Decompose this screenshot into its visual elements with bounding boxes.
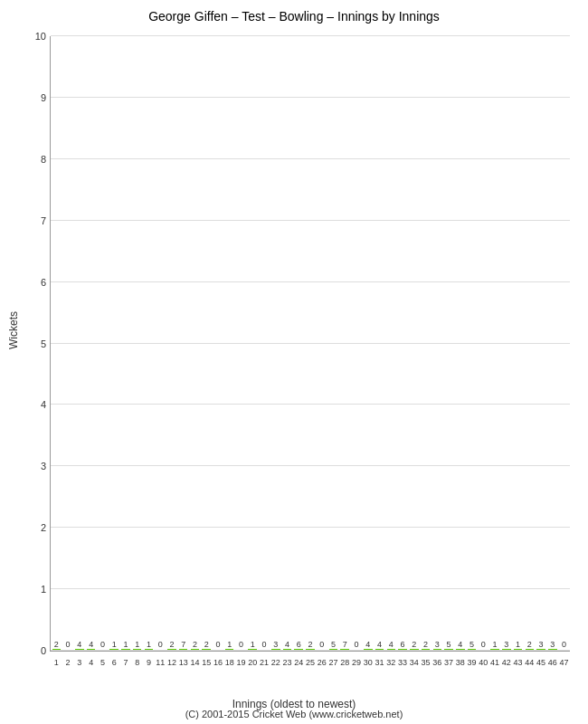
grid-line xyxy=(51,527,570,528)
y-axis-label: 9 xyxy=(41,92,46,103)
grid-line xyxy=(51,404,570,405)
bar-value-label: 1 xyxy=(109,640,119,649)
bar-value-label: 2 xyxy=(52,640,62,649)
bar-value-label: 0 xyxy=(63,640,72,649)
bar-value-label: 2 xyxy=(167,640,176,649)
y-axis-label: 8 xyxy=(41,154,46,165)
grid-line xyxy=(51,158,570,159)
bar-value-label: 4 xyxy=(75,640,84,649)
y-axis-label: 10 xyxy=(35,31,46,42)
bar-value-label: 6 xyxy=(294,640,303,649)
x-tick-label: 13 xyxy=(179,658,188,667)
x-tick-label: 37 xyxy=(444,658,453,667)
x-tick-label: 46 xyxy=(548,658,557,667)
bars-wrapper: 2102434405161718190112127132142150161180… xyxy=(51,36,570,651)
x-tick-label: 3 xyxy=(77,658,81,667)
bar-value-label: 4 xyxy=(375,640,384,649)
grid-line xyxy=(51,35,570,36)
x-tick-label: 23 xyxy=(282,658,291,667)
x-tick-label: 24 xyxy=(294,658,303,667)
bar-value-label: 3 xyxy=(502,640,511,649)
bar-value-label: 4 xyxy=(87,640,96,649)
x-tick-label: 9 xyxy=(147,658,151,667)
x-tick-label: 44 xyxy=(525,658,534,667)
x-tick-label: 12 xyxy=(167,658,176,667)
y-axis-label: 7 xyxy=(41,215,46,226)
bar-value-label: 4 xyxy=(283,640,292,649)
bar-value-label: 4 xyxy=(364,640,373,649)
chart-area: 2102434405161718190112127132142150161180… xyxy=(50,36,570,652)
bar-value-label: 3 xyxy=(548,640,557,649)
bar-value-label: 0 xyxy=(237,640,246,649)
bar-value-label: 0 xyxy=(560,640,569,649)
y-axis-label: 5 xyxy=(41,338,46,349)
x-tick-label: 6 xyxy=(112,658,117,667)
y-axis-label: 0 xyxy=(41,645,46,656)
bar-value-label: 0 xyxy=(479,640,488,649)
y-axis-label: 3 xyxy=(41,461,46,472)
x-tick-label: 34 xyxy=(410,658,419,667)
bar-value-label: 2 xyxy=(306,640,315,649)
chart-title: George Giffen – Test – Bowling – Innings… xyxy=(0,0,588,28)
chart-container: George Giffen – Test – Bowling – Innings… xyxy=(0,0,588,724)
grid-line xyxy=(51,97,570,98)
x-tick-label: 14 xyxy=(190,658,199,667)
x-tick-label: 36 xyxy=(432,658,441,667)
y-axis-label: 4 xyxy=(41,399,46,410)
x-tick-label: 29 xyxy=(352,658,361,667)
x-tick-label: 2 xyxy=(66,658,71,667)
bar-value-label: 3 xyxy=(271,640,280,649)
bar-value-label: 0 xyxy=(318,640,327,649)
x-tick-label: 47 xyxy=(560,658,569,667)
bar-value-label: 0 xyxy=(99,640,108,649)
x-tick-label: 39 xyxy=(468,658,477,667)
x-tick-label: 16 xyxy=(213,658,223,667)
x-tick-label: 1 xyxy=(54,658,59,667)
x-tick-label: 27 xyxy=(328,658,337,667)
x-tick-label: 22 xyxy=(271,658,280,667)
bar-value-label: 0 xyxy=(260,640,269,649)
bar-value-label: 1 xyxy=(248,640,257,649)
x-tick-label: 4 xyxy=(89,658,93,667)
bar-value-label: 2 xyxy=(526,640,535,649)
bar-value-label: 6 xyxy=(398,640,407,649)
footer-text: (C) 2001-2015 Cricket Web (www.cricketwe… xyxy=(0,709,588,719)
bar-value-label: 3 xyxy=(536,640,545,649)
y-axis-label: 2 xyxy=(41,522,46,533)
bar-value-label: 0 xyxy=(352,640,361,649)
bar-value-label: 4 xyxy=(387,640,396,649)
x-tick-label: 33 xyxy=(398,658,407,667)
x-tick-label: 35 xyxy=(422,658,431,667)
x-tick-label: 40 xyxy=(479,658,488,667)
grid-line xyxy=(51,588,570,589)
x-tick-label: 26 xyxy=(318,658,327,667)
bar-value-label: 1 xyxy=(225,640,234,649)
bar-value-label: 2 xyxy=(422,640,431,649)
grid-line xyxy=(51,465,570,466)
bar-value-label: 2 xyxy=(191,640,200,649)
x-tick-label: 30 xyxy=(364,658,373,667)
bar-value-label: 5 xyxy=(468,640,477,649)
x-tick-label: 38 xyxy=(456,658,465,667)
bar-value-label: 5 xyxy=(329,640,338,649)
x-tick-label: 20 xyxy=(248,658,257,667)
x-tick-label: 18 xyxy=(225,658,234,667)
x-tick-label: 31 xyxy=(375,658,384,667)
bar-value-label: 1 xyxy=(490,640,499,649)
x-tick-label: 25 xyxy=(306,658,315,667)
grid-line xyxy=(51,220,570,221)
x-tick-label: 7 xyxy=(123,658,128,667)
bar-value-label: 7 xyxy=(340,640,349,649)
bar-value-label: 2 xyxy=(410,640,419,649)
bar-value-label: 1 xyxy=(514,640,523,649)
x-tick-label: 11 xyxy=(156,658,165,667)
x-tick-label: 43 xyxy=(514,658,523,667)
bar-value-label: 1 xyxy=(145,640,154,649)
bar-value-label: 2 xyxy=(202,640,211,649)
bar-value-label: 4 xyxy=(456,640,465,649)
x-tick-label: 41 xyxy=(490,658,499,667)
bar-value-label: 0 xyxy=(213,640,223,649)
bar-value-label: 0 xyxy=(156,640,165,649)
y-axis-label: 1 xyxy=(41,584,46,595)
x-tick-label: 8 xyxy=(135,658,139,667)
